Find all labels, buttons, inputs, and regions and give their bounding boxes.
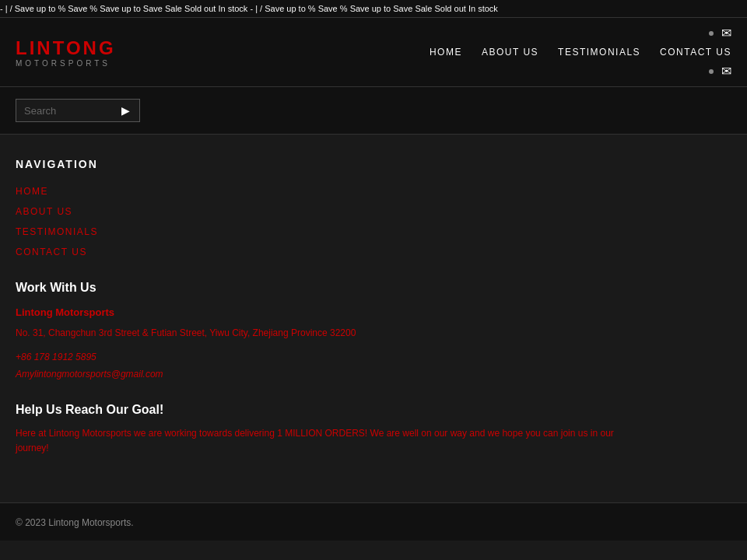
nav-item-testimonials[interactable]: TESTIMONIALS xyxy=(558,47,640,58)
footer: © 2023 Lintong Motorsports. xyxy=(0,502,747,541)
header-icons-top: ✉ xyxy=(709,26,731,40)
help-title: Help Us Reach Our Goal! xyxy=(16,403,731,417)
footer-nav-home[interactable]: HOME xyxy=(16,186,731,197)
ticker-bar: - | / Save up to % Save % Save up to Sav… xyxy=(0,0,747,18)
dot-icon xyxy=(709,31,714,36)
work-title: Work With Us xyxy=(16,281,731,295)
email-icon-top[interactable]: ✉ xyxy=(721,26,731,40)
work-section: Work With Us Lintong Motorsports No. 31,… xyxy=(16,281,731,380)
footer-nav-contact[interactable]: CONTACT US xyxy=(16,247,731,257)
search-container: ▶ xyxy=(16,99,140,122)
nav-item-home[interactable]: HOME xyxy=(430,47,462,58)
nav-menu: HOME ABOUT US TESTIMONIALS CONTACT US xyxy=(430,47,731,58)
contact-info: Lintong Motorsports No. 31, Changchun 3r… xyxy=(16,306,731,380)
header: LINTONG MOTORSPORTS ✉ HOME ABOUT US TEST… xyxy=(0,18,747,87)
logo-area: LINTONG MOTORSPORTS xyxy=(16,37,116,68)
search-button[interactable]: ▶ xyxy=(120,104,132,117)
email-icon-bottom[interactable]: ✉ xyxy=(721,64,731,79)
nav-item-contact[interactable]: CONTACT US xyxy=(660,47,731,58)
address-text: No. 31, Changchun 3rd Street & Futian St… xyxy=(16,326,731,340)
navigation-section: NAVIGATION HOME ABOUT US TESTIMONIALS CO… xyxy=(16,158,731,257)
help-text: Here at Lintong Motorsports we are worki… xyxy=(16,426,638,456)
search-section: ▶ xyxy=(0,87,747,135)
logo: LINTONG MOTORSPORTS xyxy=(16,37,116,68)
nav-item-about[interactable]: ABOUT US xyxy=(482,47,538,58)
copyright-text: © 2023 Lintong Motorsports. xyxy=(16,517,134,528)
logo-sub: MOTORSPORTS xyxy=(16,59,116,68)
phone-text: +86 178 1912 5895 xyxy=(16,352,731,362)
help-section: Help Us Reach Our Goal! Here at Lintong … xyxy=(16,403,731,456)
footer-nav-about[interactable]: ABOUT US xyxy=(16,206,731,217)
logo-brand: LINTONG xyxy=(16,37,116,58)
nav-links: HOME ABOUT US TESTIMONIALS CONTACT US xyxy=(16,186,731,257)
email-text: Amylintongmotorsports@gmail.com xyxy=(16,369,731,380)
ticker-text: - | / Save up to % Save % Save up to Sav… xyxy=(0,4,498,13)
dot-icon-2 xyxy=(709,69,714,74)
header-right: ✉ HOME ABOUT US TESTIMONIALS CONTACT US … xyxy=(430,26,731,79)
footer-nav-testimonials[interactable]: TESTIMONIALS xyxy=(16,226,731,237)
company-name: Lintong Motorsports xyxy=(16,306,731,318)
navigation-title: NAVIGATION xyxy=(16,158,731,170)
search-input[interactable] xyxy=(24,105,120,117)
main-content: NAVIGATION HOME ABOUT US TESTIMONIALS CO… xyxy=(0,135,747,502)
header-icons-bottom: ✉ xyxy=(709,64,731,79)
